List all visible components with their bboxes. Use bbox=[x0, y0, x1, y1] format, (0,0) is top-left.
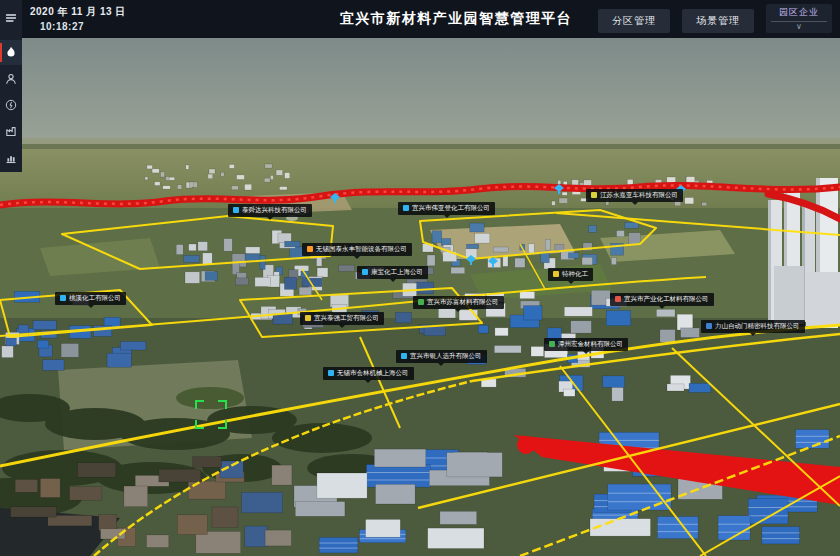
company-label-pill[interactable]: 潭州宏金材料有限公司 bbox=[544, 338, 628, 351]
map-sky bbox=[0, 38, 840, 146]
company-label-pill[interactable]: 桃溪化工有限公司 bbox=[55, 292, 126, 305]
company-label-pill[interactable]: 特种化工 bbox=[548, 268, 593, 281]
current-date: 2020 年 11 月 13 日 bbox=[30, 5, 126, 19]
chevron-down-icon: ∨ bbox=[770, 22, 828, 32]
power-icon bbox=[5, 99, 17, 111]
company-label-pill[interactable]: 无锡国泰永丰智能设备有限公司 bbox=[302, 243, 412, 256]
flame-icon bbox=[5, 46, 17, 58]
company-label-text: 宜兴泰强工贸有限公司 bbox=[314, 315, 379, 322]
company-label-pill[interactable]: 泰舜达兴科技有限公司 bbox=[228, 204, 312, 217]
company-label-pill[interactable]: 康宝化工上海公司 bbox=[357, 266, 428, 279]
sidebar-item-enterprise[interactable] bbox=[0, 119, 22, 143]
sidebar-item-personnel[interactable] bbox=[0, 67, 22, 91]
zone-manage-button[interactable]: 分区管理 bbox=[598, 9, 670, 33]
company-label-text: 宜兴市银人选升有限公司 bbox=[410, 353, 482, 360]
map-haze bbox=[0, 134, 840, 144]
company-label-text: 宜兴市苏富材料有限公司 bbox=[427, 299, 499, 306]
company-label-text: 无锡市会林机械上海公司 bbox=[337, 370, 409, 377]
company-marker-icon bbox=[615, 296, 621, 302]
company-marker-icon bbox=[401, 353, 407, 359]
park-enterprise-dropdown[interactable]: 园区企业 ∨ bbox=[766, 4, 832, 33]
sidebar-item-energy[interactable] bbox=[0, 93, 22, 117]
sidebar-item-menu[interactable] bbox=[0, 6, 22, 30]
company-label-pill[interactable]: 宜兴市苏富材料有限公司 bbox=[413, 296, 504, 309]
company-label-pill[interactable]: 力山自动门精密科技有限公司 bbox=[701, 320, 805, 333]
company-marker-icon bbox=[549, 341, 555, 347]
company-label-text: 无锡国泰永丰智能设备有限公司 bbox=[316, 246, 407, 253]
company-marker-icon bbox=[233, 207, 239, 213]
company-label-pill[interactable]: 江苏永嘉亚车科技有限公司 bbox=[586, 189, 683, 202]
menu-icon bbox=[5, 12, 17, 24]
top-bar: 2020 年 11 月 13 日 10:18:27 宜兴市新材料产业园智慧管理平… bbox=[0, 0, 840, 38]
company-marker-icon bbox=[418, 299, 424, 305]
sidebar-item-fire-monitor[interactable] bbox=[0, 40, 22, 64]
company-marker-icon bbox=[362, 269, 368, 275]
sidebar-item-statistics[interactable] bbox=[0, 146, 22, 170]
company-label-text: 力山自动门精密科技有限公司 bbox=[715, 323, 800, 330]
smart-park-platform: 2020 年 11 月 13 日 10:18:27 宜兴市新材料产业园智慧管理平… bbox=[0, 0, 840, 556]
company-label-text: 宜兴市伟亚登化工有限公司 bbox=[412, 205, 490, 212]
company-label-text: 泰舜达兴科技有限公司 bbox=[242, 207, 307, 214]
company-label-pill[interactable]: 无锡市会林机械上海公司 bbox=[323, 367, 414, 380]
factory-icon bbox=[5, 125, 17, 137]
company-label-pill[interactable]: 宜兴市伟亚登化工有限公司 bbox=[398, 202, 495, 215]
person-icon bbox=[5, 73, 17, 85]
page-title: 宜兴市新材料产业园智慧管理平台 bbox=[340, 10, 573, 28]
company-label-text: 桃溪化工有限公司 bbox=[69, 295, 121, 302]
company-label-text: 康宝化工上海公司 bbox=[371, 269, 423, 276]
company-marker-icon bbox=[305, 315, 311, 321]
company-label-pill[interactable]: 宜兴市产业化工材料有限公司 bbox=[610, 293, 714, 306]
dropdown-selected-value: 园区企业 bbox=[770, 6, 828, 21]
company-marker-icon bbox=[553, 271, 559, 277]
company-marker-icon bbox=[403, 205, 409, 211]
company-marker-icon bbox=[307, 246, 313, 252]
scene-manage-button[interactable]: 场景管理 bbox=[682, 9, 754, 33]
company-marker-icon bbox=[328, 370, 334, 376]
header-actions: 分区管理 场景管理 园区企业 ∨ bbox=[598, 4, 832, 33]
company-marker-icon bbox=[706, 323, 712, 329]
company-label-text: 江苏永嘉亚车科技有限公司 bbox=[600, 192, 678, 199]
company-label-text: 潭州宏金材料有限公司 bbox=[558, 341, 623, 348]
company-label-text: 特种化工 bbox=[562, 271, 588, 278]
current-time: 10:18:27 bbox=[40, 21, 84, 32]
sidebar bbox=[0, 0, 22, 172]
map-viewport[interactable]: 泰舜达兴科技有限公司宜兴市伟亚登化工有限公司江苏永嘉亚车科技有限公司无锡国泰永丰… bbox=[0, 38, 840, 556]
chart-icon bbox=[5, 152, 17, 164]
company-marker-icon bbox=[591, 192, 597, 198]
company-label-pill[interactable]: 宜兴泰强工贸有限公司 bbox=[300, 312, 384, 325]
company-label-pill[interactable]: 宜兴市银人选升有限公司 bbox=[396, 350, 487, 363]
company-label-text: 宜兴市产业化工材料有限公司 bbox=[624, 296, 709, 303]
company-marker-icon bbox=[60, 295, 66, 301]
